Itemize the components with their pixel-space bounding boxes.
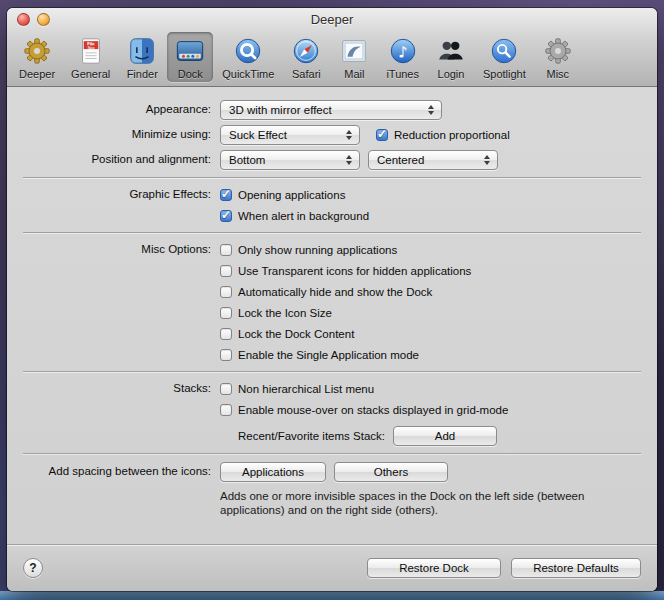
toolbar-label: General	[71, 68, 110, 80]
stacks-label: Stacks:	[23, 379, 220, 446]
others-spacer-button[interactable]: Others	[334, 462, 448, 482]
add-stack-button[interactable]: Add	[393, 426, 497, 446]
desktop-dock-strip	[0, 591, 664, 600]
popup-value: 3D with mirror effect	[229, 104, 332, 116]
deeper-preferences-window: Deeper	[7, 8, 657, 591]
spacing-label: Add spacing between the icons:	[23, 461, 220, 517]
checkbox-opening-applications[interactable]: Opening applications	[220, 185, 369, 204]
stacks-section: Stacks: Non hierarchical List menu Enabl…	[23, 379, 641, 446]
checkbox-box[interactable]	[220, 383, 232, 395]
itunes-note-icon: ♪	[387, 35, 419, 67]
toolbar-label: Finder	[127, 68, 158, 80]
toolbar-item-misc[interactable]: Misc	[535, 32, 581, 82]
toolbar-label: Safari	[292, 68, 321, 80]
svg-text:♪: ♪	[398, 43, 408, 61]
checkbox-box[interactable]	[220, 286, 232, 298]
toolbar-item-quicktime[interactable]: QuickTime	[215, 32, 281, 82]
toolbar-item-mail[interactable]: Mail	[331, 32, 377, 82]
toolbar-item-login[interactable]: Login	[428, 32, 474, 82]
section-divider	[23, 371, 641, 372]
footer-bar: ? Restore Dock Restore Defaults	[7, 544, 657, 591]
restore-dock-button[interactable]: Restore Dock	[367, 558, 501, 578]
toolbar-label: Misc	[546, 68, 569, 80]
toolbar-item-general[interactable]: File New General	[64, 32, 117, 82]
spacing-section: Add spacing between the icons: Applicati…	[23, 461, 641, 517]
popup-arrows-icon	[480, 152, 494, 168]
checkbox-non-hierarchical[interactable]: Non hierarchical List menu	[220, 379, 508, 398]
toolbar-label: Deeper	[19, 68, 55, 80]
toolbar: Deeper File New	[7, 30, 657, 86]
checkbox-alert-background[interactable]: When alert in background	[220, 206, 369, 225]
popup-value: Suck Effect	[229, 129, 287, 141]
dock-icon	[174, 35, 206, 67]
popup-value: Bottom	[229, 154, 265, 166]
position-popup[interactable]: Bottom	[220, 150, 360, 170]
popup-arrows-icon	[342, 152, 356, 168]
close-button[interactable]	[17, 13, 30, 26]
general-document-icon: File New	[75, 35, 107, 67]
toolbar-label: Dock	[178, 68, 203, 80]
spotlight-magnifier-icon	[488, 35, 520, 67]
checkbox-box[interactable]	[220, 307, 232, 319]
titlebar[interactable]: Deeper	[7, 8, 657, 30]
position-row: Position and alignment: Bottom Centered	[23, 149, 641, 170]
minimize-row: Minimize using: Suck Effect Reduction pr…	[23, 124, 641, 145]
restore-defaults-button[interactable]: Restore Defaults	[511, 558, 641, 578]
toolbar-label: Mail	[344, 68, 364, 80]
recent-favorite-label: Recent/Favorite items Stack:	[238, 430, 385, 442]
checkbox-box[interactable]	[220, 328, 232, 340]
toolbar-item-itunes[interactable]: ♪ iTunes	[379, 32, 426, 82]
checkbox-box[interactable]	[220, 265, 232, 277]
toolbar-label: Spotlight	[483, 68, 526, 80]
alignment-popup[interactable]: Centered	[368, 150, 498, 170]
misc-gear-icon	[542, 35, 574, 67]
reduction-proportional-checkbox[interactable]: Reduction proportional	[376, 125, 510, 144]
login-users-icon	[435, 35, 467, 67]
popup-arrows-icon	[424, 102, 438, 118]
section-divider	[23, 177, 641, 178]
window-title: Deeper	[311, 12, 354, 27]
section-divider	[23, 453, 641, 454]
safari-compass-icon	[290, 35, 322, 67]
mail-stamp-icon	[338, 35, 370, 67]
toolbar-item-finder[interactable]: Finder	[119, 32, 165, 82]
minimize-button[interactable]	[37, 13, 50, 26]
position-label: Position and alignment:	[23, 149, 220, 170]
toolbar-item-spotlight[interactable]: Spotlight	[476, 32, 533, 82]
toolbar-item-dock[interactable]: Dock	[167, 32, 213, 82]
window-controls	[17, 13, 50, 26]
window-chrome: Deeper	[7, 8, 657, 87]
section-divider	[23, 232, 641, 233]
toolbar-item-deeper[interactable]: Deeper	[12, 32, 62, 82]
checkbox-transparent-hidden[interactable]: Use Transparent icons for hidden applica…	[220, 261, 471, 280]
checkbox-box[interactable]	[220, 404, 232, 416]
checkbox-lock-icon-size[interactable]: Lock the Icon Size	[220, 303, 471, 322]
help-button[interactable]: ?	[23, 558, 43, 578]
applications-spacer-button[interactable]: Applications	[220, 462, 326, 482]
misc-options-label: Misc Options:	[23, 240, 220, 364]
appearance-popup[interactable]: 3D with mirror effect	[220, 100, 442, 120]
minimize-effect-popup[interactable]: Suck Effect	[220, 125, 360, 145]
checkbox-single-application[interactable]: Enable the Single Application mode	[220, 345, 471, 364]
checkbox-box[interactable]	[376, 129, 388, 141]
checkbox-box[interactable]	[220, 210, 232, 222]
deeper-gear-icon	[21, 35, 53, 67]
preferences-pane: Appearance: 3D with mirror effect Minimi…	[7, 87, 657, 544]
checkbox-box[interactable]	[220, 349, 232, 361]
appearance-label: Appearance:	[23, 99, 220, 120]
popup-value: Centered	[377, 154, 424, 166]
svg-text:New: New	[87, 46, 94, 50]
checkbox-box[interactable]	[220, 244, 232, 256]
misc-options-section: Misc Options: Only show running applicat…	[23, 240, 641, 364]
checkbox-lock-dock-content[interactable]: Lock the Dock Content	[220, 324, 471, 343]
graphic-effects-label: Graphic Effects:	[23, 185, 220, 225]
checkbox-box[interactable]	[220, 189, 232, 201]
popup-arrows-icon	[342, 127, 356, 143]
toolbar-label: QuickTime	[222, 68, 274, 80]
checkbox-auto-hide[interactable]: Automatically hide and show the Dock	[220, 282, 471, 301]
toolbar-label: Login	[438, 68, 465, 80]
checkbox-only-running[interactable]: Only show running applications	[220, 240, 471, 259]
appearance-row: Appearance: 3D with mirror effect	[23, 99, 641, 120]
checkbox-mouse-over-grid[interactable]: Enable mouse-over on stacks displayed in…	[220, 400, 508, 419]
toolbar-item-safari[interactable]: Safari	[283, 32, 329, 82]
